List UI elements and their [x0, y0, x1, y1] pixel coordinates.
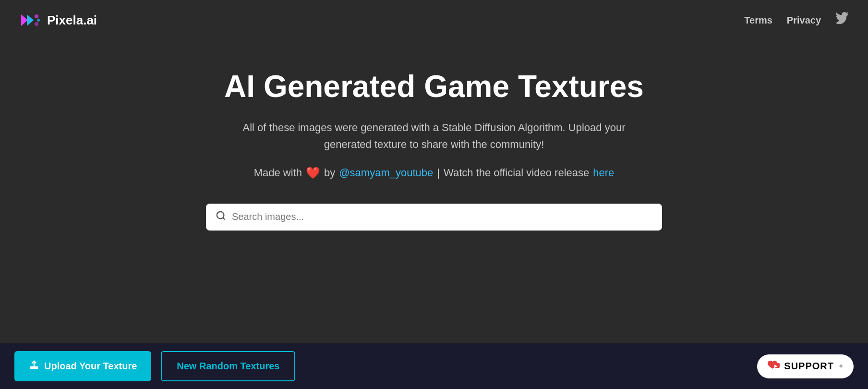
hero-section: AI Generated Game Textures All of these …: [0, 40, 868, 274]
upload-button[interactable]: Upload Your Texture: [14, 351, 151, 381]
bottom-bar: Upload Your Texture New Random Textures …: [0, 343, 868, 389]
search-icon: [216, 210, 226, 224]
hero-description: All of these images were generated with …: [242, 119, 626, 153]
pipe-separator: |: [437, 167, 440, 179]
svg-point-5: [217, 212, 224, 219]
svg-line-6: [223, 218, 225, 219]
watch-text: Watch the official video release: [444, 167, 589, 179]
svg-point-3: [37, 19, 40, 22]
twitter-icon[interactable]: [835, 12, 849, 28]
made-with-text: Made with: [254, 167, 302, 179]
support-badge[interactable]: ▶ SUPPORT ✦: [757, 354, 854, 378]
svg-point-2: [35, 14, 38, 18]
hero-title: AI Generated Game Textures: [224, 69, 644, 105]
author-link[interactable]: @samyam_youtube: [339, 167, 433, 179]
terms-link[interactable]: Terms: [744, 15, 772, 26]
random-button[interactable]: New Random Textures: [161, 351, 295, 381]
svg-marker-0: [21, 14, 28, 26]
upload-button-label: Upload Your Texture: [44, 361, 137, 372]
made-with-by: by: [324, 167, 335, 179]
hero-made-with: Made with ❤️ by @samyam_youtube | Watch …: [254, 166, 615, 180]
search-container: [206, 204, 662, 231]
svg-marker-1: [27, 14, 34, 26]
heart-icon: ❤️: [306, 166, 320, 180]
logo-icon: [19, 9, 42, 32]
privacy-link[interactable]: Privacy: [787, 15, 821, 26]
here-link[interactable]: here: [593, 167, 614, 179]
support-star-icon: ✦: [838, 362, 844, 371]
logo-text: Pixela.ai: [47, 13, 97, 28]
random-button-label: New Random Textures: [177, 361, 279, 371]
search-input[interactable]: [232, 211, 652, 222]
navbar: Pixela.ai Terms Privacy: [0, 0, 868, 40]
upload-icon: [29, 360, 39, 373]
logo[interactable]: Pixela.ai: [19, 9, 97, 32]
search-wrapper: [206, 204, 662, 231]
svg-point-4: [35, 22, 38, 26]
svg-text:▶: ▶: [774, 364, 778, 368]
support-heart-icon: ▶: [767, 359, 780, 374]
navbar-links: Terms Privacy: [744, 12, 849, 28]
support-text: SUPPORT: [784, 361, 834, 372]
